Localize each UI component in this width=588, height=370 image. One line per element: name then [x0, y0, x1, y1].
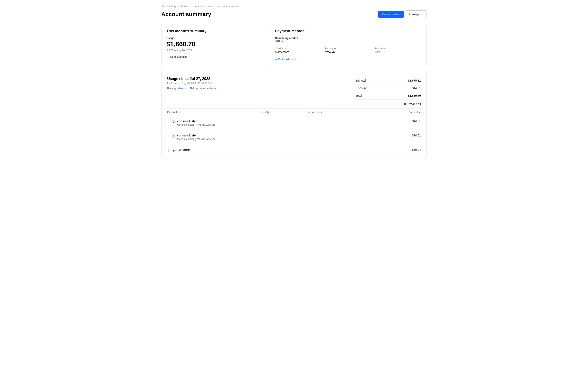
subtotal-label: Subtotal — [356, 79, 366, 82]
page-title: Account summary — [161, 11, 211, 18]
good-standing-icon: ✓ — [166, 55, 169, 58]
discount-value: -$14.61 — [411, 87, 421, 90]
usage-last-updated: Last updated Aug 10, 2022, 11:51:13 AM — [167, 82, 347, 85]
usage-left: Usage since Jul 27, 2022 Last updated Au… — [167, 77, 347, 95]
col-quantity-header: Quantity — [260, 110, 306, 114]
col-amount-header: Amount ▲ — [375, 110, 421, 114]
breadcrumb-separator: / — [191, 5, 192, 8]
col-description-header: Description — [167, 110, 260, 114]
usage-section: Usage since Jul 27, 2022 Last updated Au… — [161, 71, 427, 156]
total-label: Total — [356, 94, 362, 97]
terraform-icon: ◆ — [171, 148, 176, 152]
sort-icon[interactable]: ▲ — [419, 111, 421, 113]
total-row: Total $1,660.70 — [356, 92, 421, 100]
service-info: Terraform — [177, 148, 190, 151]
row-amount: $60.94 — [375, 148, 421, 151]
ending-in-label: Ending in — [325, 47, 372, 50]
manage-button[interactable]: Manage ⌄ — [406, 10, 427, 18]
service-name: consul-cluster — [177, 120, 215, 123]
summary-card-title: This month's summary — [166, 29, 261, 33]
usage-date: Jul 27 – Aug 10, 2022 — [166, 49, 261, 52]
remaining-credits-value: $18.64 — [275, 40, 422, 43]
table-row: ⇕ ◆ Terraform $60.94 — [167, 144, 421, 156]
table-rows-container: ⇕ C consul-cluster Consul cluster (AWS u… — [167, 116, 421, 156]
row-expand-toggle[interactable]: ⇕ — [167, 134, 170, 138]
usage-links: Pricing table ↗ Billing documentation ↗ — [167, 87, 347, 90]
totals-section: Subtotal $1,675.31 Discount -$14.61 Tota… — [356, 77, 421, 100]
service-info: consul-cluster Consul cluster (AWS us-we… — [177, 120, 215, 126]
subtotal-row: Subtotal $1,675.31 — [356, 77, 421, 84]
pencil-icon: ✏ — [275, 58, 277, 61]
discount-row: Discount -$14.61 — [356, 84, 421, 92]
card-details: Card type Mastercard Ending in ****4242 … — [275, 47, 422, 54]
pricing-table-link[interactable]: Pricing table ↗ — [167, 87, 186, 90]
total-value: $1,660.70 — [408, 94, 421, 97]
subtotal-value: $1,675.31 — [408, 79, 421, 82]
discount-label: Discount — [356, 87, 367, 90]
col-rate-header: Estimated rate — [305, 110, 375, 114]
contact-sales-button[interactable]: Contact sales — [378, 10, 404, 18]
payment-card-title: Payment method — [275, 29, 422, 33]
card-type-label: Card type — [275, 47, 322, 50]
consul-icon: C — [171, 120, 176, 124]
row-description: ⇕ C consul-cluster Consul cluster (AWS u… — [167, 134, 260, 140]
usage-section-title: Usage since Jul 27, 2022 — [167, 77, 347, 81]
table-row: ⇕ C consul-cluster Consul cluster (AWS u… — [167, 116, 421, 130]
row-expand-toggle[interactable]: ⇕ — [167, 149, 170, 152]
remaining-credits-label: Remaining credits — [275, 37, 422, 40]
breadcrumb-item-org[interactable]: Default Org — [162, 5, 176, 8]
row-amount: $14.61 — [375, 134, 421, 137]
chevron-down-icon: ⌄ — [421, 13, 423, 16]
ending-in-value: ****4242 — [325, 50, 372, 54]
breadcrumb: Default Org / Billing / default-account … — [161, 5, 427, 8]
row-expand-toggle[interactable]: ⇕ — [167, 120, 170, 124]
service-name: consul-cluster — [177, 134, 215, 137]
exp-date-label: Exp. date — [374, 47, 422, 50]
service-name: Terraform — [177, 148, 190, 151]
expand-all-icon: ⇅ — [404, 102, 406, 106]
service-info: consul-cluster Consul cluster (AWS us-we… — [177, 134, 215, 140]
service-sub: Consul cluster (AWS us-west-2) — [177, 138, 215, 140]
edit-credit-card-link[interactable]: ✏ Edit credit card — [275, 58, 422, 61]
card-type-group: Card type Mastercard — [275, 47, 322, 54]
breadcrumb-item-account[interactable]: default-account — [194, 5, 212, 8]
exp-date-group: Exp. date 10/2027 — [374, 47, 422, 54]
table-row: ⇕ C consul-cluster Consul cluster (AWS u… — [167, 130, 421, 144]
header-actions: Contact sales Manage ⌄ — [378, 10, 427, 18]
card-type-value: Mastercard — [275, 50, 322, 54]
summary-card: This month's summary Usage $1,660.70 Jul… — [161, 24, 266, 66]
expand-all-button[interactable]: ⇅ Expand all — [404, 102, 421, 106]
table-header: Description Quantity Estimated rate Amou… — [167, 109, 421, 116]
row-description: ⇕ C consul-cluster Consul cluster (AWS u… — [167, 120, 260, 126]
row-description: ⇕ ◆ Terraform — [167, 148, 260, 152]
expand-all-row: ⇅ Expand all — [167, 100, 421, 109]
usage-label: Usage — [166, 37, 261, 40]
breadcrumb-item-summary: Account summary — [217, 5, 239, 8]
exp-date-value: 10/2027 — [374, 50, 422, 54]
usage-amount: $1,660.70 — [166, 40, 261, 48]
row-amount: $14.61 — [375, 120, 421, 123]
external-link-icon: ↗ — [184, 87, 186, 90]
ending-in-group: Ending in ****4242 — [325, 47, 372, 54]
billing-docs-link[interactable]: Billing documentation ↗ — [190, 87, 220, 90]
payment-card: Payment method Remaining credits $18.64 … — [270, 24, 427, 66]
good-standing-label: Good standing — [170, 55, 188, 58]
consul-icon: C — [171, 134, 176, 138]
breadcrumb-item-billing[interactable]: Billing — [181, 5, 188, 8]
external-link-icon-2: ↗ — [218, 87, 220, 90]
service-sub: Consul cluster (AWS us-west-2) — [177, 123, 215, 126]
breadcrumb-separator: / — [178, 5, 179, 8]
breadcrumb-separator: / — [214, 5, 216, 8]
